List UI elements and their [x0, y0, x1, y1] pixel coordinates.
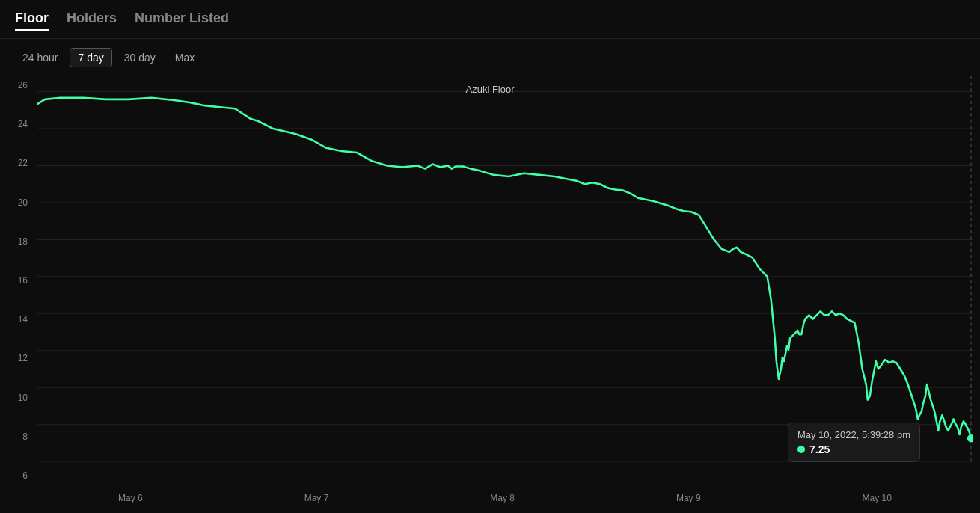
y-label-18: 18 [0, 236, 34, 247]
tooltip-price: 7.25 [809, 443, 830, 455]
filter-24hour[interactable]: 24 hour [15, 48, 65, 67]
y-label-22: 22 [0, 158, 34, 168]
svg-point-12 [967, 434, 973, 442]
filter-max[interactable]: Max [168, 48, 202, 67]
tooltip-date: May 10, 2022, 5:39:28 pm [797, 429, 910, 440]
y-label-6: 6 [0, 470, 34, 481]
y-label-20: 20 [0, 197, 34, 208]
filter-30day[interactable]: 30 day [117, 48, 163, 67]
tab-bar: Floor Holders Number Listed [0, 0, 980, 39]
chart-container: Azuki Floor 26 24 22 20 18 16 14 12 10 8… [0, 76, 980, 507]
y-label-12: 12 [0, 353, 34, 363]
tab-number-listed[interactable]: Number Listed [135, 10, 229, 31]
x-axis: May 6 May 7 May 8 May 9 May 10 [37, 493, 973, 503]
time-filter-bar: 24 hour 7 day 30 day Max [0, 39, 980, 76]
y-label-8: 8 [0, 431, 34, 442]
y-label-16: 16 [0, 275, 34, 286]
x-label-may6: May 6 [118, 493, 143, 503]
x-label-may7: May 7 [304, 493, 329, 503]
x-label-may10: May 10 [863, 493, 892, 503]
filter-7day[interactable]: 7 day [70, 48, 111, 67]
chart-tooltip: May 10, 2022, 5:39:28 pm 7.25 [788, 423, 920, 462]
tab-holders[interactable]: Holders [67, 10, 117, 31]
y-label-26: 26 [0, 80, 34, 90]
tooltip-value: 7.25 [797, 443, 910, 455]
tooltip-color-dot [797, 446, 805, 453]
chart-title: Azuki Floor [465, 84, 514, 95]
tab-floor[interactable]: Floor [15, 10, 49, 31]
y-label-14: 14 [0, 314, 34, 325]
x-label-may8: May 8 [490, 493, 515, 503]
y-axis: 26 24 22 20 18 16 14 12 10 8 6 [0, 76, 34, 485]
y-label-24: 24 [0, 119, 34, 129]
x-label-may9: May 9 [676, 493, 701, 503]
y-label-10: 10 [0, 393, 34, 403]
